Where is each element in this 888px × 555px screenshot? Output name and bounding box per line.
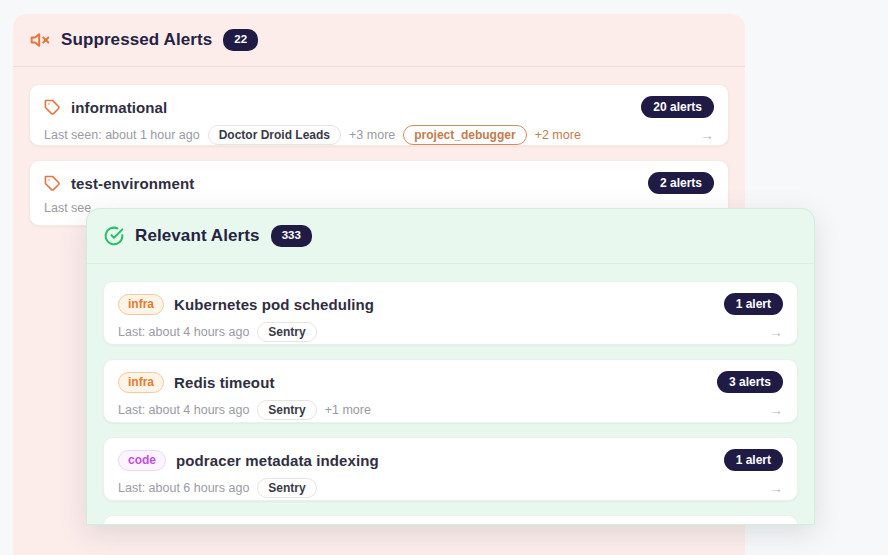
suppressed-count-badge: 22 — [223, 29, 258, 51]
arrow-right-icon[interactable]: → — [769, 325, 783, 339]
suppressed-alerts-title: Suppressed Alerts — [61, 30, 212, 50]
alert-group-name: test-environment — [71, 175, 194, 192]
alert-title: podracer metadata indexing — [176, 452, 379, 469]
relevant-card-kubernetes[interactable]: infra Kubernetes pod scheduling 1 alert … — [103, 281, 798, 345]
relevant-count-badge: 333 — [271, 225, 312, 247]
last-seen-text: Last: about 4 hours ago — [118, 403, 249, 417]
tag-chip-infra: infra — [118, 372, 164, 393]
alert-count-badge: 2 alerts — [648, 172, 714, 194]
tag-chip-code: code — [118, 450, 166, 471]
alert-count-badge: 3 alerts — [717, 371, 783, 393]
tag-icon — [44, 99, 61, 116]
relevant-alerts-title: Relevant Alerts — [135, 226, 260, 246]
relevant-alerts-header: Relevant Alerts 333 — [87, 209, 814, 264]
arrow-right-icon[interactable]: → — [700, 128, 714, 142]
alert-count-badge: 20 alerts — [641, 96, 714, 118]
source-more-text: +1 more — [325, 403, 371, 417]
relevant-alerts-panel: Relevant Alerts 333 infra Kubernetes pod… — [86, 208, 815, 525]
source-chip: Sentry — [257, 400, 316, 420]
project-chip: project_debugger — [403, 125, 526, 145]
volume-mute-icon — [30, 30, 50, 50]
last-seen-text: Last see — [44, 201, 91, 215]
project-more-text: +2 more — [535, 128, 581, 142]
arrow-right-icon[interactable]: → — [769, 481, 783, 495]
relevant-card-partial[interactable] — [103, 515, 798, 525]
alert-count-badge: 1 alert — [724, 449, 783, 471]
source-chip: Sentry — [257, 478, 316, 498]
last-seen-text: Last: about 4 hours ago — [118, 325, 249, 339]
suppressed-alerts-header: Suppressed Alerts 22 — [13, 14, 745, 67]
relevant-card-redis[interactable]: infra Redis timeout 3 alerts Last: about… — [103, 359, 798, 423]
alert-group-name: informational — [71, 99, 167, 116]
alert-title: Redis timeout — [174, 374, 274, 391]
tag-icon — [44, 175, 61, 192]
page: Suppressed Alerts 22 informational 20 al… — [0, 0, 888, 555]
team-chip: Doctor Droid Leads — [208, 125, 341, 145]
relevant-alerts-list: infra Kubernetes pod scheduling 1 alert … — [87, 264, 814, 525]
last-seen-text: Last: about 6 hours ago — [118, 481, 249, 495]
alert-count-badge: 1 alert — [724, 293, 783, 315]
alert-title: Kubernetes pod scheduling — [174, 296, 374, 313]
relevant-card-podracer[interactable]: code podracer metadata indexing 1 alert … — [103, 437, 798, 501]
suppressed-card-informational[interactable]: informational 20 alerts Last seen: about… — [29, 84, 729, 146]
source-chip: Sentry — [257, 322, 316, 342]
arrow-right-icon[interactable]: → — [769, 403, 783, 417]
tag-chip-infra: infra — [118, 294, 164, 315]
team-more-text: +3 more — [349, 128, 395, 142]
last-seen-text: Last seen: about 1 hour ago — [44, 128, 200, 142]
check-circle-icon — [104, 226, 124, 246]
